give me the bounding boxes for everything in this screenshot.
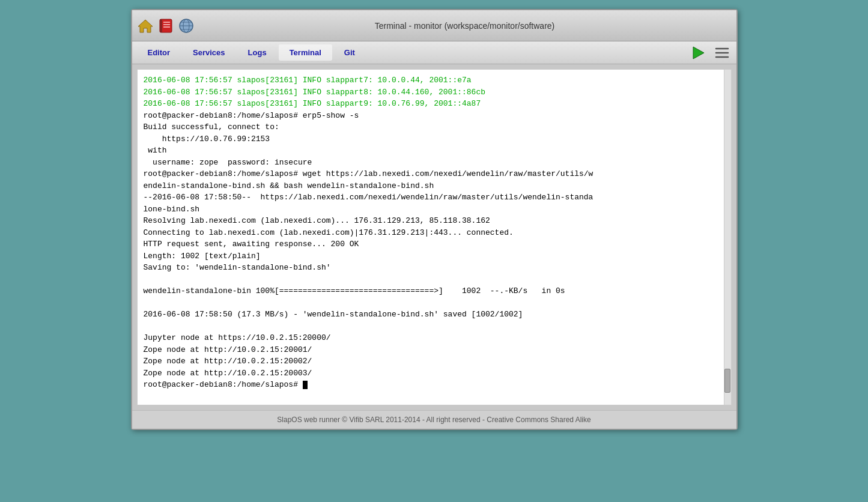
svg-marker-11 (693, 47, 704, 59)
terminal-line-4: root@packer-debian8:/home/slapos# erp5-s… (144, 111, 359, 120)
tab-services[interactable]: Services (182, 44, 236, 61)
tab-logs[interactable]: Logs (237, 44, 278, 61)
terminal-line-21: Jupyter node at https://10.0.2.15:20000/ (144, 333, 331, 342)
terminal-line-3: 2016-06-08 17:56:57 slapos[23161] INFO s… (144, 99, 481, 108)
terminal-line-2: 2016-06-08 17:56:57 slapos[23161] INFO s… (144, 88, 486, 97)
terminal-container: 2016-06-08 17:56:57 slapos[23161] INFO s… (137, 69, 732, 405)
scrollbar-thumb[interactable] (724, 369, 730, 393)
globe-icon[interactable] (178, 17, 195, 34)
title-bar: Terminal - monitor (workspace/monitor/so… (132, 10, 736, 41)
terminal-line-10: --2016-06-08 17:58:50-- https://lab.nexe… (144, 193, 593, 202)
terminal-line-5: Build successful, connect to: (144, 122, 279, 132)
terminal-line-9: root@packer-debian8:/home/slapos# wget h… (144, 169, 593, 178)
terminal-line-17: wendelin-standalone-bin 100%[===========… (144, 286, 565, 295)
tab-git[interactable]: Git (333, 44, 366, 61)
book-icon[interactable] (157, 17, 174, 34)
home-icon[interactable] (137, 17, 154, 34)
nav-tabs: Editor Services Logs Terminal Git (137, 44, 688, 61)
cursor (303, 381, 308, 389)
terminal-line-15: Saving to: 'wendelin-standalone-bind.sh' (144, 263, 331, 272)
terminal-line-10b: lone-bind.sh (144, 205, 200, 214)
tab-terminal[interactable]: Terminal (279, 44, 332, 61)
terminal-line-8: username: zope password: insecure (144, 158, 312, 167)
terminal-line-6: https://10.0.76.99:2153 (144, 135, 270, 144)
terminal-line-7: with (144, 146, 167, 155)
app-window: Terminal - monitor (workspace/monitor/so… (131, 9, 738, 430)
run-button[interactable] (688, 43, 708, 62)
terminal-line-12: Connecting to lab.nexedi.com (lab.nexedi… (144, 228, 514, 237)
terminal-line-9b: endelin-standalone-bind.sh && bash wende… (144, 181, 434, 190)
terminal-line-13: HTTP request sent, awaiting response... … (144, 240, 359, 249)
tab-editor[interactable]: Editor (137, 44, 181, 61)
terminal-line-24: Zope node at http://10.0.2.15:20003/ (144, 369, 312, 378)
terminal-scrollbar[interactable] (724, 70, 731, 405)
nav-actions (688, 43, 732, 62)
menu-button[interactable] (712, 43, 732, 62)
nav-bar: Editor Services Logs Terminal Git (132, 41, 736, 64)
terminal-output[interactable]: 2016-06-08 17:56:57 slapos[23161] INFO s… (138, 70, 724, 405)
terminal-line-19: 2016-06-08 17:58:50 (17.3 MB/s) - 'wende… (144, 310, 523, 319)
window-title: Terminal - monitor (workspace/monitor/so… (198, 21, 732, 31)
terminal-line-1: 2016-06-08 17:56:57 slapos[23161] INFO s… (144, 76, 472, 85)
terminal-line-23: Zope node at http://10.0.2.15:20002/ (144, 357, 312, 366)
terminal-line-22: Zope node at http://10.0.2.15:20001/ (144, 345, 312, 354)
footer-text: SlapOS web runner © Vifib SARL 2011-2014… (277, 416, 590, 424)
terminal-prompt: root@packer-debian8:/home/slapos# (144, 380, 308, 389)
svg-marker-0 (138, 20, 153, 32)
terminal-line-14: Length: 1002 [text/plain] (144, 252, 261, 261)
terminal-line-11: Resolving lab.nexedi.com (lab.nexedi.com… (144, 216, 490, 225)
footer: SlapOS web runner © Vifib SARL 2011-2014… (132, 410, 736, 429)
svg-rect-2 (160, 19, 162, 32)
